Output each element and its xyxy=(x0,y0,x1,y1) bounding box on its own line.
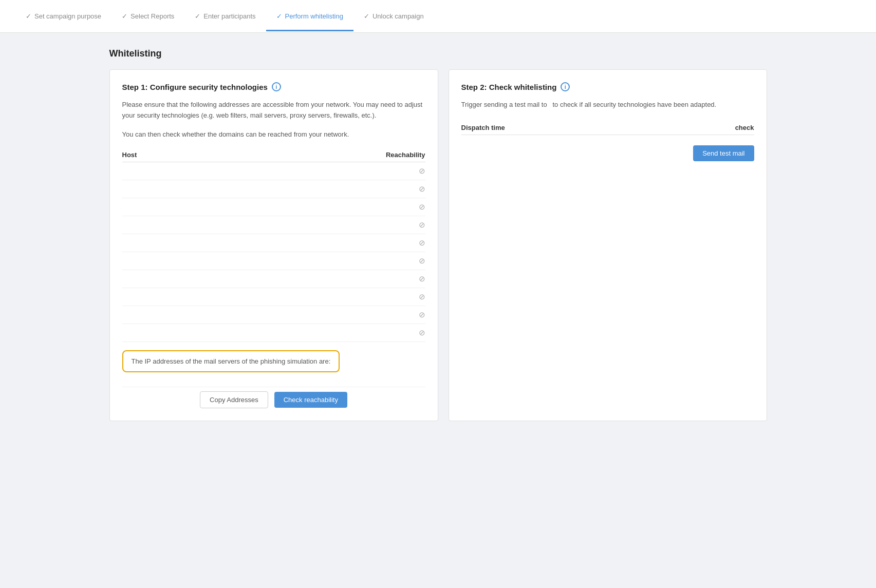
host-cell xyxy=(122,234,206,252)
step-set-campaign-purpose[interactable]: ✓ Set campaign purpose xyxy=(15,12,111,20)
send-test-row: Send test mail xyxy=(461,145,754,161)
reachability-cell: ⊘ xyxy=(205,252,425,270)
step2-title: Step 2: Check whitelisting i xyxy=(461,82,754,91)
table-row: ⊘ xyxy=(122,324,425,342)
host-cell xyxy=(122,306,206,324)
check-reachability-button[interactable]: Check reachability xyxy=(274,392,347,408)
step1-info-icon[interactable]: i xyxy=(272,82,281,91)
reachability-icon: ⊘ xyxy=(419,166,425,175)
step2-card: Step 2: Check whitelisting i Trigger sen… xyxy=(449,69,767,421)
reachability-icon: ⊘ xyxy=(419,292,425,301)
host-cell xyxy=(122,198,206,216)
step-enter-participants[interactable]: ✓ Enter participants xyxy=(184,12,266,20)
step-perform-whitelisting[interactable]: ✓ Perform whitelisting xyxy=(266,12,353,20)
reachability-cell: ⊘ xyxy=(205,234,425,252)
reachability-icon: ⊘ xyxy=(419,274,425,283)
reachability-cell: ⊘ xyxy=(205,162,425,180)
main-content: Whitelisting Step 1: Configure security … xyxy=(94,33,782,437)
step1-description1: Please ensure that the following address… xyxy=(122,100,425,121)
host-cell xyxy=(122,180,206,198)
reachability-cell: ⊘ xyxy=(205,198,425,216)
wizard-stepper: ✓ Set campaign purpose ✓ Select Reports … xyxy=(0,0,876,33)
check-table: Dispatch time check xyxy=(461,121,754,135)
trigger-text-part1: Trigger sending a test mail to xyxy=(461,101,547,108)
step2-info-icon[interactable]: i xyxy=(561,82,570,91)
trigger-text: Trigger sending a test mail to to check … xyxy=(461,100,754,110)
host-cell xyxy=(122,288,206,306)
step-check-icon: ✓ xyxy=(364,12,369,20)
ip-label: The IP addresses of the mail servers of … xyxy=(132,357,331,365)
table-row: ⊘ xyxy=(122,216,425,234)
host-cell xyxy=(122,252,206,270)
step1-buttons: Copy Addresses Check reachability xyxy=(122,387,425,408)
table-row: ⊘ xyxy=(122,306,425,324)
reachability-icon: ⊘ xyxy=(419,256,425,265)
host-cell xyxy=(122,324,206,342)
step-check-icon: ✓ xyxy=(26,12,31,20)
host-table: Host Reachability ⊘⊘⊘⊘⊘⊘⊘⊘⊘⊘ xyxy=(122,148,425,342)
steps-container: Step 1: Configure security technologies … xyxy=(109,69,767,421)
host-cell xyxy=(122,270,206,288)
reachability-cell: ⊘ xyxy=(205,324,425,342)
reachability-icon: ⊘ xyxy=(419,202,425,211)
col-host: Host xyxy=(122,148,206,162)
reachability-cell: ⊘ xyxy=(205,270,425,288)
reachability-cell: ⊘ xyxy=(205,306,425,324)
reachability-cell: ⊘ xyxy=(205,216,425,234)
host-cell xyxy=(122,162,206,180)
host-cell xyxy=(122,216,206,234)
step-label: Unlock campaign xyxy=(372,12,424,20)
step-unlock-campaign[interactable]: ✓ Unlock campaign xyxy=(353,12,434,20)
col-check: check xyxy=(665,121,754,135)
col-dispatch: Dispatch time xyxy=(461,121,666,135)
step-label: Set campaign purpose xyxy=(34,12,101,20)
send-test-mail-button[interactable]: Send test mail xyxy=(693,145,754,161)
step-select-reports[interactable]: ✓ Select Reports xyxy=(111,12,184,20)
table-row: ⊘ xyxy=(122,270,425,288)
reachability-cell: ⊘ xyxy=(205,180,425,198)
col-reachability: Reachability xyxy=(205,148,425,162)
reachability-icon: ⊘ xyxy=(419,328,425,337)
step-label: Select Reports xyxy=(131,12,174,20)
reachability-cell: ⊘ xyxy=(205,288,425,306)
step-label: Perform whitelisting xyxy=(285,12,343,20)
table-row: ⊘ xyxy=(122,162,425,180)
table-row: ⊘ xyxy=(122,180,425,198)
reachability-icon: ⊘ xyxy=(419,220,425,229)
table-row: ⊘ xyxy=(122,198,425,216)
table-row: ⊘ xyxy=(122,234,425,252)
table-row: ⊘ xyxy=(122,252,425,270)
page-title: Whitelisting xyxy=(109,48,767,59)
reachability-icon: ⊘ xyxy=(419,184,425,193)
step1-title: Step 1: Configure security technologies … xyxy=(122,82,425,91)
trigger-text-part2: to check if all security technologies ha… xyxy=(553,101,717,108)
copy-addresses-button[interactable]: Copy Addresses xyxy=(200,391,268,408)
ip-addresses-box: The IP addresses of the mail servers of … xyxy=(122,350,340,372)
step-check-icon: ✓ xyxy=(276,12,282,20)
step-check-icon: ✓ xyxy=(122,12,127,20)
reachability-icon: ⊘ xyxy=(419,238,425,247)
step1-description2: You can then check whether the domains c… xyxy=(122,129,425,140)
table-row: ⊘ xyxy=(122,288,425,306)
step-label: Enter participants xyxy=(203,12,255,20)
reachability-icon: ⊘ xyxy=(419,310,425,319)
step1-card: Step 1: Configure security technologies … xyxy=(109,69,438,421)
step-check-icon: ✓ xyxy=(195,12,200,20)
